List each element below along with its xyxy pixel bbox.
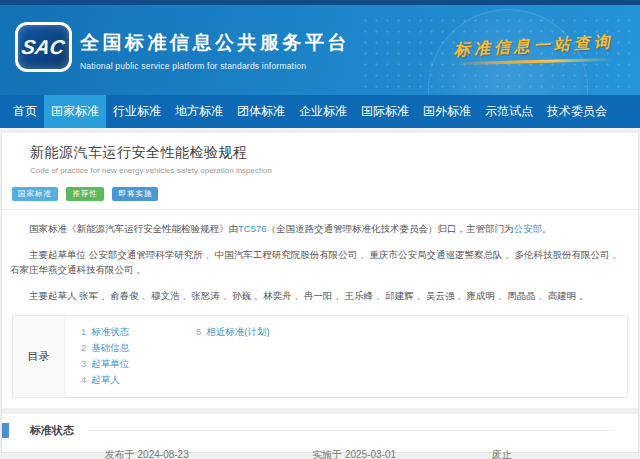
toc-item-similar-standards[interactable]: 5相近标准(计划) — [196, 324, 270, 340]
toc-item-number: 5 — [196, 326, 201, 337]
nav-item-foreign-standard[interactable]: 国外标准 — [416, 95, 478, 128]
section-rule-line — [88, 430, 614, 431]
site-titles: 全国标准信息公共服务平台 National public service pla… — [80, 30, 350, 71]
timeline-step-implemented: 实施于 2025-03-01 — [279, 448, 429, 459]
intro-suffix: 。 — [542, 223, 552, 234]
badge-upcoming-implementation: 即将实施 — [112, 187, 158, 201]
badge-recommended: 推荐性 — [66, 187, 104, 201]
toc-item-label: 标准状态 — [91, 326, 129, 337]
page: SAC 全国标准信息公共服务平台 National public service… — [0, 0, 640, 459]
department-link[interactable]: 公安部 — [514, 223, 543, 234]
timeline-step-label: 实施于 2025-03-01 — [279, 448, 429, 459]
toc-label: 目录 — [13, 316, 65, 397]
nav-item-national-standard[interactable]: 国家标准 — [44, 95, 106, 128]
toc-item-number: 3 — [81, 358, 86, 369]
section-divider — [2, 408, 638, 414]
toc-item-number: 4 — [81, 374, 86, 385]
drafters-paragraph: 主要起草人 张军 、俞春俊 、穆文浩 、张怒涛 、孙巍 、林奕舟 、冉一阳 、王… — [10, 288, 630, 303]
nav-item-local-standard[interactable]: 地方标准 — [168, 95, 230, 128]
timeline-step-label: 发布于 2024-08-23 — [72, 448, 222, 459]
site-title: 全国标准信息公共服务平台 — [80, 30, 350, 56]
sac-logo-text: SAC — [20, 36, 66, 59]
standard-detail-card: 新能源汽车运行安全性能检验规程 Code of practice for new… — [1, 133, 639, 453]
toc-item-drafters[interactable]: 4起草人 — [81, 372, 196, 388]
nav-item-pilot-program[interactable]: 示范试点 — [478, 95, 540, 128]
intro-prefix: 国家标准《新能源汽车运行安全性能检验规程》由 — [29, 223, 238, 234]
toc-box: 目录 1标准状态 2基础信息 3起草单位 4起草人 5相近标准(计划) — [12, 315, 628, 398]
nav-item-international-standard[interactable]: 国际标准 — [354, 95, 416, 128]
nav-item-technical-committee[interactable]: 技术委员会 — [540, 95, 614, 128]
nav-item-enterprise-standard[interactable]: 企业标准 — [292, 95, 354, 128]
nav-item-group-standard[interactable]: 团体标准 — [230, 95, 292, 128]
sac-logo[interactable]: SAC — [15, 22, 72, 72]
timeline-step-label: 废止 — [427, 448, 577, 459]
section-marker — [2, 423, 9, 438]
nav-item-home[interactable]: 首页 — [6, 95, 44, 128]
badge-row: 国家标准 推荐性 即将实施 — [12, 182, 628, 201]
toc-item-basic-info[interactable]: 2基础信息 — [81, 340, 196, 356]
toc-column-1: 1标准状态 2基础信息 3起草单位 4起草人 — [81, 324, 196, 388]
standard-description: 国家标准《新能源汽车运行安全性能检验规程》由TC576（全国道路交通管理标准化技… — [2, 221, 638, 303]
toc-links: 1标准状态 2基础信息 3起草单位 4起草人 5相近标准(计划) — [65, 316, 627, 397]
nav-item-industry-standard[interactable]: 行业标准 — [106, 95, 168, 128]
intro-middle: （全国道路交通管理标准化技术委员会）归口，主管部门为 — [267, 223, 514, 234]
site-subtitle: National public service platform for sta… — [80, 61, 350, 71]
toc-item-label: 相近标准(计划) — [206, 326, 269, 337]
standard-title-en: Code of practice for new energy vehicles… — [30, 166, 628, 175]
standard-header: 新能源汽车运行安全性能检验规程 Code of practice for new… — [2, 133, 638, 210]
site-header: SAC 全国标准信息公共服务平台 National public service… — [0, 5, 640, 95]
tc576-link[interactable]: TC576 — [238, 223, 267, 234]
main-nav: 首页 国家标准 行业标准 地方标准 团体标准 企业标准 国际标准 国外标准 示范… — [0, 95, 640, 128]
standard-title-cn: 新能源汽车运行安全性能检验规程 — [30, 144, 628, 162]
toc-item-label: 起草人 — [91, 374, 120, 385]
status-section-header: 标准状态 — [2, 423, 638, 438]
badge-national-standard: 国家标准 — [12, 187, 58, 201]
toc-item-standard-status[interactable]: 1标准状态 — [81, 324, 196, 340]
timeline-step-abolished: 废止 — [427, 448, 577, 459]
toc-item-label: 基础信息 — [91, 342, 129, 353]
intro-paragraph: 国家标准《新能源汽车运行安全性能检验规程》由TC576（全国道路交通管理标准化技… — [10, 221, 630, 236]
drafting-units-paragraph: 主要起草单位 公安部交通管理科学研究所 、中国汽车工程研究院股份有限公司 、重庆… — [10, 247, 630, 277]
toc-item-number: 1 — [81, 326, 86, 337]
status-section-title: 标准状态 — [30, 423, 74, 438]
toc-item-number: 2 — [81, 342, 86, 353]
toc-item-drafting-units[interactable]: 3起草单位 — [81, 356, 196, 372]
toc-item-label: 起草单位 — [91, 358, 129, 369]
status-timeline: 发布于 2024-08-23 实施于 2025-03-01 废止 — [36, 446, 604, 459]
toc-column-2: 5相近标准(计划) — [196, 324, 270, 388]
timeline-step-published: 发布于 2024-08-23 — [72, 448, 222, 459]
